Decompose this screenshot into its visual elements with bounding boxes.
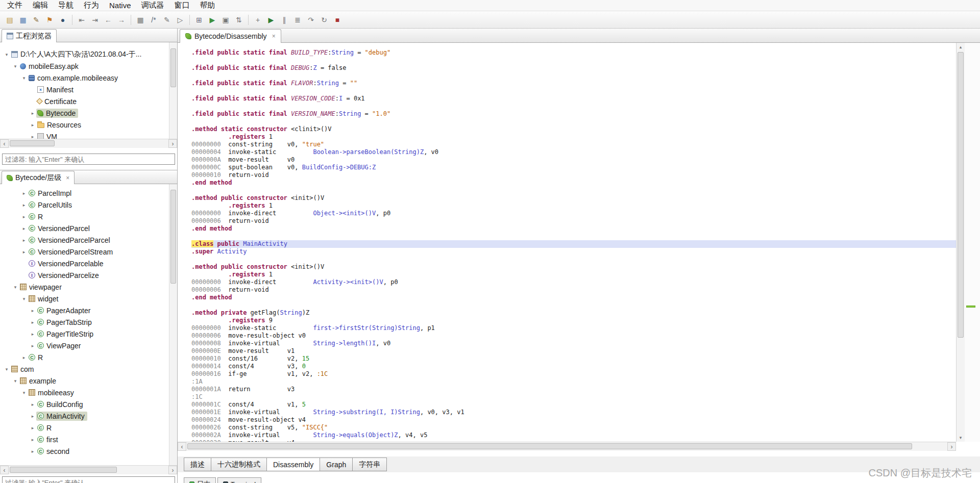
code-line[interactable] (191, 72, 956, 80)
code-line[interactable]: .method public constructor <init>()V (191, 263, 956, 271)
tree-item-mobileeasy-apk[interactable]: ▾mobileEasy.apk (0, 60, 168, 72)
code-line[interactable]: 0000001C const/4 v1, 5 (191, 401, 956, 409)
tab-bytecode-disassembly[interactable]: Bytecode/Disassembly × (180, 29, 281, 43)
bottom-tab-日志[interactable]: 日志 (184, 477, 216, 483)
code-line[interactable] (191, 187, 956, 194)
view-tab-disassembly[interactable]: Disassembly (266, 457, 320, 471)
tree-item-mainactivity[interactable]: ▸CMainActivity (0, 410, 168, 422)
tree-item-resources[interactable]: ▸Resources (0, 119, 168, 131)
code-line[interactable]: :1C (191, 393, 956, 401)
matrix-icon[interactable]: ⊞ (193, 14, 205, 26)
code-line[interactable]: .field public static final BUILD_TYPE:St… (191, 49, 956, 57)
overview-marker-green[interactable] (966, 306, 975, 308)
code-line[interactable]: 00000004 invoke-static Boolean->parseBoo… (191, 148, 956, 156)
code-line[interactable]: .field public static final DEBUG:Z = fal… (191, 64, 956, 72)
scroll-up-icon[interactable]: ▴ (957, 43, 965, 51)
code-line[interactable] (191, 103, 956, 110)
close-tab-icon[interactable]: × (272, 33, 276, 40)
scrollbar-thumb[interactable] (10, 467, 117, 473)
code-line[interactable]: .super Activity (191, 248, 956, 256)
code-line[interactable]: .end method (191, 294, 956, 301)
collapse-arrow-icon[interactable]: ▾ (12, 64, 19, 69)
menu-item-调试器[interactable]: 调试器 (136, 0, 169, 11)
expand-arrow-icon[interactable]: ▸ (29, 111, 36, 116)
menu-item-行为[interactable]: 行为 (79, 0, 104, 11)
scroll-left-icon[interactable]: ‹ (0, 139, 9, 148)
globe-icon[interactable]: ● (57, 14, 69, 26)
project-tree-hscrollbar[interactable]: ‹ › (0, 139, 177, 148)
save-icon[interactable]: ▦ (17, 14, 29, 26)
code-line[interactable]: 0000001A return v3 (191, 386, 956, 393)
scroll-right-icon[interactable]: › (168, 466, 177, 474)
menu-item-文件[interactable]: 文件 (2, 0, 28, 11)
view-tab-十六进制格式[interactable]: 十六进制格式 (211, 457, 267, 471)
menu-item-窗口[interactable]: 窗口 (169, 0, 195, 11)
expand-arrow-icon[interactable]: ▸ (20, 191, 28, 196)
code-line[interactable]: 0000002A invoke-virtual String->equals(O… (191, 431, 956, 439)
scrollbar-thumb[interactable] (958, 52, 964, 338)
code-line[interactable]: .registers 1 (191, 202, 956, 210)
stack-icon[interactable]: ≣ (291, 14, 304, 26)
code-line[interactable] (191, 256, 956, 263)
expand-arrow-icon[interactable]: ▸ (29, 402, 36, 407)
code-line[interactable] (191, 87, 956, 95)
tree-item-bytecode[interactable]: ▸Bytecode (0, 107, 168, 119)
editor-vscrollbar[interactable]: ▴ ▾ (956, 43, 965, 442)
collapse-arrow-icon[interactable]: ▾ (20, 296, 28, 301)
code-line[interactable]: 00000008 invoke-virtual String->length()… (191, 340, 956, 347)
expand-arrow-icon[interactable]: ▸ (20, 214, 28, 219)
code-line[interactable] (191, 301, 956, 309)
code-line[interactable]: 00000014 const/4 v3, 0 (191, 363, 956, 370)
tree-item-versionedparcel[interactable]: ▸CVersionedParcel (0, 222, 168, 234)
code-line[interactable]: :1A (191, 378, 956, 386)
code-line[interactable]: 0000001E invoke-virtual String->substrin… (191, 409, 956, 416)
hierarchy-tree-vscrollbar[interactable] (169, 184, 177, 465)
tree-item-pagertabstrip[interactable]: ▸CPagerTabStrip (0, 316, 168, 328)
code-area[interactable]: .field public static final BUILD_TYPE:St… (178, 43, 956, 442)
close-tab-icon[interactable]: × (66, 174, 69, 182)
tree-item-parcelimpl[interactable]: ▸CParcelImpl (0, 187, 168, 199)
expand-arrow-icon[interactable]: ▸ (20, 355, 28, 360)
code-line[interactable] (191, 118, 956, 125)
code-line[interactable]: .registers 9 (191, 317, 956, 324)
tree-item-example[interactable]: ▾example (0, 375, 168, 387)
project-tree-vscrollbar[interactable] (169, 42, 177, 139)
jump-end-icon[interactable]: ⇥ (89, 14, 101, 26)
table-icon[interactable]: ▦ (134, 14, 146, 26)
pause-icon[interactable]: ∥ (278, 14, 290, 26)
terminate-icon[interactable]: ■ (331, 14, 344, 26)
scrollbar-thumb[interactable] (187, 443, 912, 449)
expand-arrow-icon[interactable]: ▸ (29, 437, 36, 442)
rename-icon[interactable]: ✎ (161, 14, 173, 26)
menu-item-帮助[interactable]: 帮助 (195, 0, 220, 11)
tree-item-r[interactable]: ▸CR (0, 211, 168, 222)
tree-item-first[interactable]: ▸Cfirst (0, 434, 168, 445)
jump-start-icon[interactable]: ⇤ (76, 14, 88, 26)
sort-icon[interactable]: ⇅ (233, 14, 245, 26)
tab-project-explorer[interactable]: 工程浏览器 (2, 29, 57, 42)
code-line[interactable]: .field public static final FLAVOR:String… (191, 80, 956, 87)
code-line[interactable]: 0000000C sput-boolean v0, BuildConfig->D… (191, 164, 956, 171)
step-over-icon[interactable]: ↷ (305, 14, 317, 26)
expand-arrow-icon[interactable]: ▸ (20, 249, 28, 255)
expand-arrow-icon[interactable]: ▸ (29, 425, 36, 430)
code-line[interactable]: .registers 1 (191, 271, 956, 278)
code-line[interactable]: .end method (191, 225, 956, 233)
expand-arrow-icon[interactable]: ▸ (20, 238, 28, 243)
tree-item-r[interactable]: ▸CR (0, 351, 168, 363)
expand-arrow-icon[interactable]: ▸ (20, 226, 28, 231)
collapse-arrow-icon[interactable]: ▾ (3, 52, 10, 57)
tree-item-versionedparcelparcel[interactable]: ▸CVersionedParcelParcel (0, 234, 168, 246)
code-line[interactable]: 00000000 const-string v0, "true" (191, 141, 956, 148)
project-filter-input[interactable] (2, 154, 175, 165)
tree-item-manifest[interactable]: xManifest (0, 84, 168, 95)
code-line[interactable] (191, 57, 956, 64)
expand-arrow-icon[interactable]: ▸ (29, 134, 36, 139)
tree-item-com-example-mobileeasy[interactable]: ▾com.example.mobileeasy (0, 72, 168, 84)
hierarchy-tree-hscrollbar[interactable]: ‹ › (0, 465, 177, 474)
scroll-left-icon[interactable]: ‹ (178, 442, 186, 451)
run-icon[interactable]: ▶ (206, 14, 218, 26)
collapse-arrow-icon[interactable]: ▾ (12, 285, 19, 290)
collapse-arrow-icon[interactable]: ▾ (20, 75, 28, 81)
add-icon[interactable]: + (252, 14, 264, 26)
